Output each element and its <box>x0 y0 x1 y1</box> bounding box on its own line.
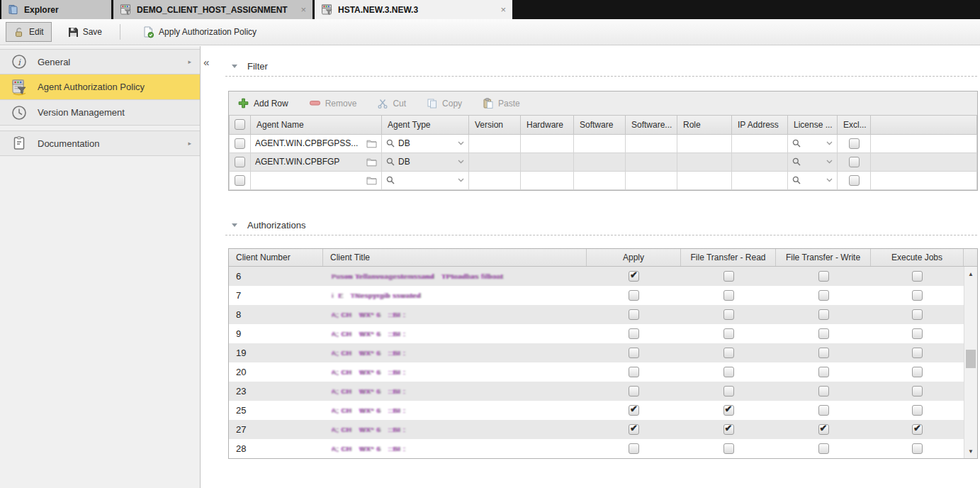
hardware-cell[interactable] <box>521 134 574 152</box>
file-transfer-write-checkbox[interactable] <box>818 367 829 377</box>
software2-cell[interactable] <box>626 171 677 189</box>
file-transfer-write-checkbox[interactable] <box>818 405 829 416</box>
apply-checkbox[interactable] <box>629 405 639 416</box>
tab-explorer[interactable]: Explorer <box>1 0 111 19</box>
software2-cell[interactable] <box>626 152 677 171</box>
file-transfer-read-checkbox[interactable] <box>723 443 734 454</box>
apply-checkbox[interactable] <box>629 328 639 339</box>
excluded-checkbox[interactable] <box>849 157 860 167</box>
remove-button[interactable]: Remove <box>310 99 357 109</box>
ip-address-cell[interactable] <box>732 134 788 152</box>
search-icon[interactable] <box>386 157 395 166</box>
software-cell[interactable] <box>574 134 626 152</box>
file-transfer-read-checkbox[interactable] <box>723 328 734 339</box>
software-cell[interactable] <box>574 152 626 171</box>
chevron-down-icon[interactable] <box>458 141 464 145</box>
row-select-checkbox[interactable] <box>235 175 245 186</box>
execute-jobs-checkbox[interactable] <box>912 443 923 454</box>
chevron-down-icon[interactable] <box>826 160 833 164</box>
version-cell[interactable] <box>469 171 521 189</box>
scroll-up-icon[interactable]: ▲ <box>964 269 977 279</box>
apply-checkbox[interactable] <box>629 367 639 377</box>
file-transfer-write-checkbox[interactable] <box>818 290 829 301</box>
role-cell[interactable] <box>677 171 732 189</box>
role-cell[interactable] <box>677 134 732 152</box>
hardware-cell[interactable] <box>521 152 574 171</box>
execute-jobs-checkbox[interactable] <box>912 424 923 435</box>
file-transfer-read-checkbox[interactable] <box>723 290 734 301</box>
row-select-checkbox[interactable] <box>235 157 245 167</box>
apply-checkbox[interactable] <box>629 290 639 301</box>
scroll-down-icon[interactable]: ▼ <box>964 446 977 456</box>
apply-checkbox[interactable] <box>629 443 639 454</box>
execute-jobs-checkbox[interactable] <box>912 290 923 301</box>
agent-type-cell[interactable]: DB <box>382 134 469 152</box>
collapse-triangle-icon[interactable] <box>232 223 237 227</box>
authorizations-section-header[interactable]: Authorizations <box>232 220 305 231</box>
software2-cell[interactable] <box>626 134 677 152</box>
agent-type-cell[interactable]: DB <box>382 152 469 171</box>
search-icon[interactable] <box>792 157 801 166</box>
tab-close-icon[interactable]: × <box>300 5 306 14</box>
hardware-cell[interactable] <box>521 171 574 189</box>
execute-jobs-checkbox[interactable] <box>912 405 923 416</box>
sidebar-item-version-management[interactable]: Version Management <box>0 100 200 126</box>
filter-section-header[interactable]: Filter <box>232 61 268 72</box>
copy-button[interactable]: Copy <box>427 99 462 109</box>
row-select-checkbox[interactable] <box>235 138 245 149</box>
apply-checkbox[interactable] <box>629 386 639 396</box>
file-transfer-write-checkbox[interactable] <box>818 271 829 282</box>
license-cell[interactable] <box>788 171 838 189</box>
file-transfer-write-checkbox[interactable] <box>818 348 829 358</box>
version-cell[interactable] <box>469 134 521 152</box>
execute-jobs-checkbox[interactable] <box>912 271 923 282</box>
execute-jobs-checkbox[interactable] <box>912 309 923 320</box>
execute-jobs-checkbox[interactable] <box>912 386 923 396</box>
vertical-scrollbar[interactable]: ▲ ▼ <box>964 267 977 458</box>
sidebar-item-agent-authorization-policy[interactable]: Agent Authorization Policy <box>0 74 200 100</box>
select-all-checkbox[interactable] <box>235 119 245 130</box>
agent-name-cell[interactable] <box>251 171 382 189</box>
file-transfer-read-checkbox[interactable] <box>723 348 734 358</box>
paste-button[interactable]: Paste <box>483 98 520 109</box>
license-cell[interactable] <box>788 134 838 152</box>
ip-address-cell[interactable] <box>732 171 788 189</box>
agent-type-cell[interactable] <box>382 171 469 189</box>
tab-close-icon[interactable]: × <box>500 5 506 14</box>
sidebar-item-documentation[interactable]: Documentation ▸ <box>0 131 200 156</box>
chevron-down-icon[interactable] <box>458 160 464 164</box>
tab-hsta-new-3-new-3[interactable]: HSTA.NEW.3.NEW.3 × <box>315 0 512 19</box>
chevron-right-icon[interactable]: ▸ <box>188 140 191 147</box>
tab-demo-client-host-assignment[interactable]: DEMO_CLIENT_HOST_ASSIGNMENT × <box>113 0 312 19</box>
file-transfer-read-checkbox[interactable] <box>723 271 734 282</box>
excluded-checkbox[interactable] <box>849 138 860 149</box>
execute-jobs-checkbox[interactable] <box>912 367 923 377</box>
excluded-checkbox[interactable] <box>849 175 860 186</box>
agent-name-cell[interactable]: AGENT.WIN.CPBFGP <box>251 152 382 171</box>
file-transfer-write-checkbox[interactable] <box>818 443 829 454</box>
sidebar-item-general[interactable]: i General ▸ <box>0 49 200 74</box>
folder-browse-icon[interactable] <box>366 157 377 167</box>
version-cell[interactable] <box>469 152 521 171</box>
search-icon[interactable] <box>792 139 801 148</box>
search-icon[interactable] <box>792 176 801 184</box>
folder-browse-icon[interactable] <box>366 176 377 185</box>
ip-address-cell[interactable] <box>732 152 788 171</box>
file-transfer-read-checkbox[interactable] <box>723 405 734 416</box>
apply-checkbox[interactable] <box>629 309 639 320</box>
collapse-triangle-icon[interactable] <box>232 65 237 68</box>
file-transfer-write-checkbox[interactable] <box>818 424 829 435</box>
role-cell[interactable] <box>677 152 732 171</box>
execute-jobs-checkbox[interactable] <box>912 348 923 358</box>
chevron-down-icon[interactable] <box>458 178 464 182</box>
file-transfer-write-checkbox[interactable] <box>818 328 829 339</box>
agent-name-cell[interactable]: AGENT.WIN.CPBFGPSS... <box>251 134 382 152</box>
search-icon[interactable] <box>386 139 395 148</box>
chevron-down-icon[interactable] <box>826 141 833 145</box>
apply-authorization-policy-button[interactable]: Apply Authorization Policy <box>135 22 264 43</box>
file-transfer-read-checkbox[interactable] <box>723 309 734 320</box>
folder-browse-icon[interactable] <box>366 139 377 148</box>
apply-checkbox[interactable] <box>629 271 639 282</box>
edit-button[interactable]: Edit <box>6 22 52 42</box>
scrollbar-thumb[interactable] <box>966 350 976 368</box>
